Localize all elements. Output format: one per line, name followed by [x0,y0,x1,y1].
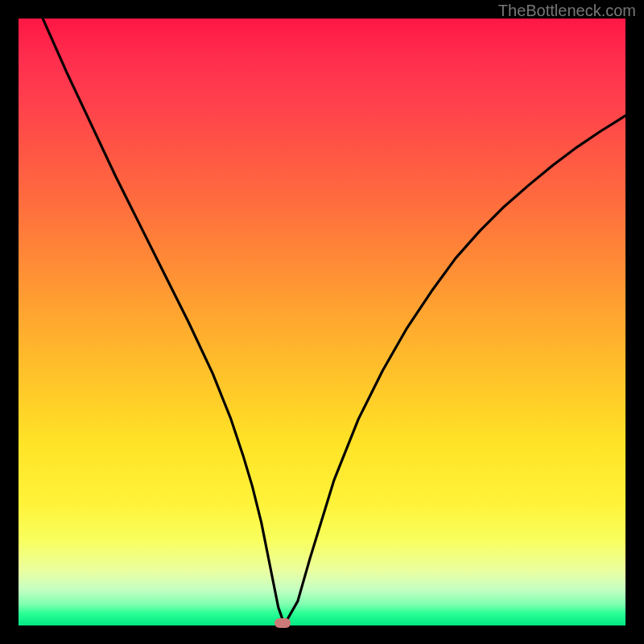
bottleneck-curve [19,19,625,625]
minimum-marker [275,618,291,628]
chart-frame: TheBottleneck.com [0,0,644,644]
watermark-text: TheBottleneck.com [498,2,636,20]
plot-area [19,19,625,625]
